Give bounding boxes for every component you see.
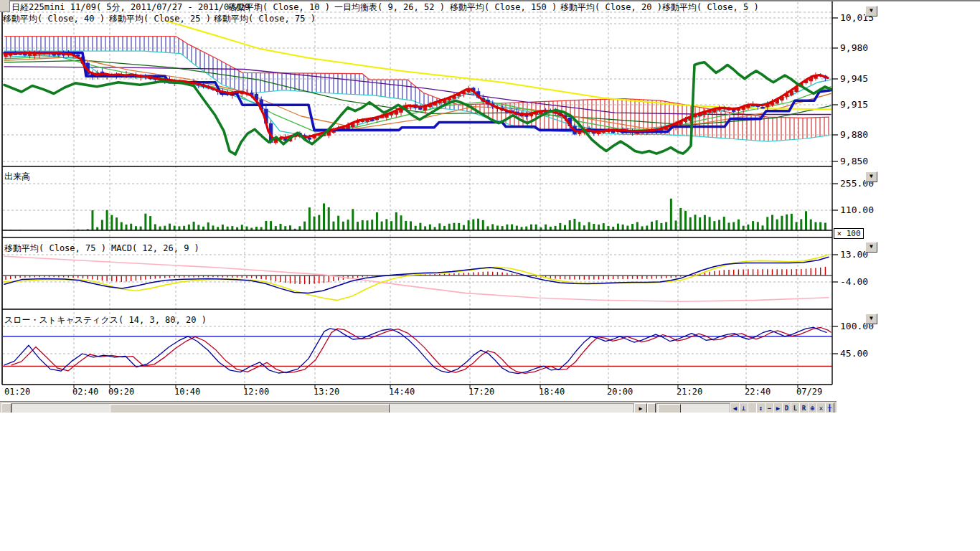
volume-bars bbox=[6, 199, 825, 230]
chart-canvas bbox=[0, 0, 980, 413]
macd-tick-label: 13.00 bbox=[840, 249, 868, 260]
volume-pane-title: 出来高 bbox=[4, 171, 30, 182]
legend-ma20: 移動平均( Close, 20 ) bbox=[560, 2, 662, 12]
time-tick-label: 22:40 bbox=[745, 387, 771, 397]
window-corner-box bbox=[0, 0, 10, 12]
anchor-icon: ⊥ bbox=[742, 405, 745, 412]
chevron-down-icon: ▼ bbox=[870, 7, 873, 14]
bottom-scrollbar-strip: ▶ ◀⊥↕−▶DLR⊕✕╂ bbox=[0, 401, 837, 413]
time-tick-label: 10:40 bbox=[174, 387, 200, 397]
macd-pane-title: MACD( 12, 26, 9 ) bbox=[111, 243, 199, 253]
fit-vertical-icon: ↕ bbox=[759, 405, 763, 412]
chart-application-window: 日経225mini 11/09( 5分, 2011/07/27 - 2011/0… bbox=[0, 0, 980, 551]
legend-ma5: 移動平均( Close, 5 ) bbox=[662, 2, 759, 12]
time-tick-label: 09:20 bbox=[108, 387, 134, 397]
time-tick-label: 07/29 bbox=[796, 387, 822, 397]
macd-pane-ma75-title: 移動平均( Close, 75 ) bbox=[4, 243, 106, 253]
stoch-pane-dropdown-button[interactable]: ▼ bbox=[865, 314, 877, 324]
time-tick-label: 02:40 bbox=[72, 387, 98, 397]
legend-ma25: 移動平均( Close, 25 ) bbox=[109, 14, 211, 24]
crosshair-icon: ╂ bbox=[828, 405, 831, 412]
rotate-icon: R bbox=[802, 405, 806, 412]
time-tick-label: 18:40 bbox=[539, 387, 565, 397]
legend-ma150: 移動平均( Close, 150 ) bbox=[450, 2, 557, 12]
legend-instrument: 日経225mini 11/09( 5分, 2011/07/27 - 2011/0… bbox=[11, 2, 260, 12]
legend-ichimoku: 一目均衡表( 9, 26, 52 ) bbox=[334, 2, 445, 12]
zoom-scrollbar-track[interactable] bbox=[656, 403, 730, 413]
legend-ma75: 移動平均( Close, 75 ) bbox=[214, 14, 316, 24]
time-tick-label: 13:20 bbox=[314, 387, 339, 397]
time-scrollbar-thumb[interactable] bbox=[110, 404, 390, 413]
time-tick-label: 12:00 bbox=[243, 387, 269, 397]
chevron-down-icon: ▼ bbox=[870, 173, 873, 179]
stochastics-pane-title: スロー・ストキャスティクス( 14, 3, 80, 20 ) bbox=[4, 315, 207, 325]
stoch-tick-label: 45.00 bbox=[840, 348, 868, 359]
price-tick-label: 9,850 bbox=[840, 156, 868, 166]
macd-tick-label: -4.00 bbox=[840, 276, 868, 287]
price-tick-label: 9,945 bbox=[840, 73, 868, 84]
draw-icon: D bbox=[785, 405, 788, 412]
legend-ma40: 移動平均( Close, 40 ) bbox=[3, 14, 105, 24]
splitter-handle[interactable] bbox=[647, 403, 656, 413]
price-tick-label: 9,980 bbox=[840, 42, 868, 53]
step-left-icon: ◀ bbox=[733, 405, 737, 412]
main-pane-dropdown-button[interactable]: ▼ bbox=[865, 6, 877, 17]
line-icon: L bbox=[793, 405, 797, 412]
time-tick-label: 01:20 bbox=[4, 387, 30, 397]
price-tick-label: 9,915 bbox=[840, 99, 868, 110]
minus-icon: − bbox=[768, 405, 771, 412]
macd-pane-dropdown-button[interactable]: ▼ bbox=[865, 242, 877, 253]
arrow-right-icon: ▶ bbox=[639, 405, 643, 412]
time-scrollbar-track[interactable] bbox=[11, 403, 634, 413]
chart-area: 日経225mini 11/09( 5分, 2011/07/27 - 2011/0… bbox=[0, 0, 980, 413]
price-tick-label: 9,880 bbox=[840, 129, 868, 140]
time-tick-label: 17:20 bbox=[468, 387, 494, 397]
time-tick-label: 14:40 bbox=[389, 387, 415, 397]
zoom-scrollbar-thumb[interactable] bbox=[658, 404, 681, 413]
toolbar-crosshair-button[interactable]: ╂ bbox=[825, 402, 834, 413]
scroll-home-button[interactable] bbox=[1, 403, 11, 413]
play-icon: ▶ bbox=[776, 405, 780, 412]
volume-tick-label: 110.00 bbox=[840, 204, 874, 215]
volume-pane-dropdown-button[interactable]: ▼ bbox=[865, 171, 877, 182]
close-icon: ✕ bbox=[819, 405, 823, 412]
time-tick-label: 21:20 bbox=[677, 387, 702, 397]
scroll-right-button[interactable]: ▶ bbox=[634, 403, 647, 413]
chevron-down-icon: ▼ bbox=[870, 315, 873, 321]
time-tick-label: 20:00 bbox=[607, 387, 633, 397]
volume-multiplier-badge: × 100 bbox=[834, 228, 864, 239]
zoom-icon: ⊕ bbox=[811, 405, 814, 412]
legend-ma10: 移動平均( Close, 10 ) bbox=[228, 2, 330, 12]
chevron-down-icon: ▼ bbox=[870, 243, 873, 250]
